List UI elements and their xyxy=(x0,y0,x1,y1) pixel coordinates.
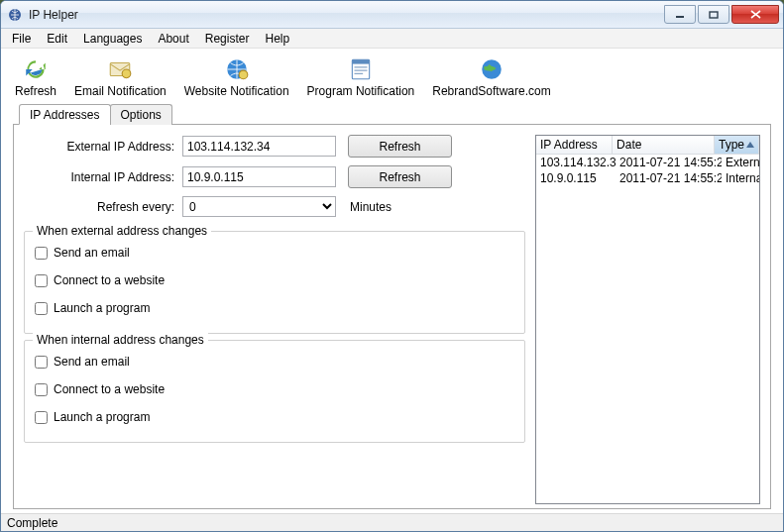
menu-file[interactable]: File xyxy=(5,30,38,48)
app-window: IP Helper File Edit Languages About Regi… xyxy=(0,0,784,532)
external-refresh-button[interactable]: Refresh xyxy=(348,135,452,158)
program-notification-button[interactable]: Program Notification xyxy=(301,54,421,100)
menu-about[interactable]: About xyxy=(151,30,195,48)
menu-edit[interactable]: Edit xyxy=(40,30,74,48)
external-ip-label: External IP Address: xyxy=(24,140,182,154)
program-icon xyxy=(348,56,374,82)
menu-register[interactable]: Register xyxy=(198,30,257,48)
statusbar: Complete xyxy=(1,513,783,531)
tab-options[interactable]: Options xyxy=(110,104,172,125)
left-pane: External IP Address: Refresh Internal IP… xyxy=(24,135,525,504)
toolbar: Refresh Email Notification Website Notif… xyxy=(1,49,783,103)
email-notification-button[interactable]: Email Notification xyxy=(68,54,172,100)
external-changes-legend: When external address changes xyxy=(33,224,211,238)
internal-changes-group: When internal address changes Send an em… xyxy=(24,340,525,443)
maximize-button[interactable] xyxy=(698,5,729,24)
minimize-button[interactable] xyxy=(664,5,696,24)
app-icon xyxy=(7,7,23,23)
world-icon xyxy=(479,56,504,82)
ext-send-email-checkbox[interactable] xyxy=(35,247,48,260)
sort-asc-icon xyxy=(746,142,754,148)
int-connect-website-checkbox[interactable] xyxy=(35,383,48,396)
internal-refresh-button[interactable]: Refresh xyxy=(348,165,452,188)
globe-icon xyxy=(224,56,250,82)
ext-connect-website-checkbox[interactable] xyxy=(35,274,48,287)
table-row[interactable]: 103.114.132.34 2011-07-21 14:55:24 Exter… xyxy=(536,155,759,170)
svg-rect-8 xyxy=(352,59,369,63)
menubar: File Edit Languages About Register Help xyxy=(1,29,783,49)
content-frame: External IP Address: Refresh Internal IP… xyxy=(13,124,771,509)
menu-languages[interactable]: Languages xyxy=(76,30,149,48)
svg-rect-1 xyxy=(676,16,684,18)
email-icon xyxy=(107,56,133,82)
website-notification-button[interactable]: Website Notification xyxy=(178,54,295,100)
history-table: IP Address Date Type 103.114.132.34 2011… xyxy=(535,135,760,504)
external-ip-input[interactable] xyxy=(182,136,336,157)
titlebar: IP Helper xyxy=(1,1,783,29)
col-date[interactable]: Date xyxy=(613,136,715,155)
int-send-email-checkbox[interactable] xyxy=(35,356,48,369)
svg-point-6 xyxy=(239,70,248,79)
internal-changes-legend: When internal address changes xyxy=(33,333,208,347)
refresh-interval-select[interactable]: 0 xyxy=(182,196,336,217)
ext-launch-program-checkbox[interactable] xyxy=(35,302,48,315)
internal-ip-input[interactable] xyxy=(182,166,336,187)
close-button[interactable] xyxy=(731,5,779,24)
table-row[interactable]: 10.9.0.115 2011-07-21 14:55:20 Internal xyxy=(536,170,759,186)
internal-ip-label: Internal IP Address: xyxy=(24,170,182,184)
refresh-icon xyxy=(23,56,49,82)
tabstrip: IP Addresses Options xyxy=(1,104,783,125)
rebrand-link-button[interactable]: RebrandSoftware.com xyxy=(426,54,556,100)
int-launch-program-checkbox[interactable] xyxy=(35,411,48,424)
refresh-button[interactable]: Refresh xyxy=(9,54,62,100)
minutes-label: Minutes xyxy=(350,200,392,214)
svg-rect-2 xyxy=(710,12,718,18)
menu-help[interactable]: Help xyxy=(258,30,296,48)
status-text: Complete xyxy=(7,516,57,530)
col-ip-address[interactable]: IP Address xyxy=(536,136,613,155)
svg-point-4 xyxy=(123,69,132,78)
external-changes-group: When external address changes Send an em… xyxy=(24,231,525,334)
refresh-every-label: Refresh every: xyxy=(24,200,182,214)
window-title: IP Helper xyxy=(29,8,662,22)
col-type[interactable]: Type xyxy=(715,136,759,155)
tab-ip-addresses[interactable]: IP Addresses xyxy=(19,104,111,125)
